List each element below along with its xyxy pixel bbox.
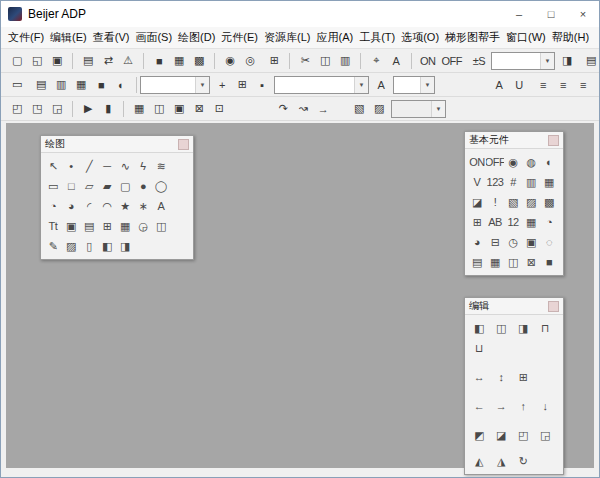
multi-lamp-element[interactable]: ▦ [486, 252, 504, 272]
menu-file[interactable]: 文件(F) [5, 30, 47, 45]
chord-tool[interactable]: ◕ [62, 196, 80, 216]
paste-icon[interactable]: ▥ [335, 51, 355, 71]
menu-draw[interactable]: 绘图(D) [175, 30, 218, 45]
menu-option[interactable]: 选项(O) [398, 30, 442, 45]
empty-cell[interactable] [170, 196, 188, 216]
close-button[interactable]: × [567, 1, 599, 27]
goto-prev-screen-icon[interactable]: ◉ [220, 51, 240, 71]
empty-cell[interactable] [152, 236, 170, 256]
align-left-button[interactable]: ◧ [468, 318, 490, 338]
group-button[interactable]: ◰ [512, 425, 534, 445]
menu-tool[interactable]: 工具(T) [356, 30, 398, 45]
basic-elements-palette-close-button[interactable] [548, 135, 559, 146]
alarm-history-element[interactable]: ▧ [504, 192, 522, 212]
simulate-icon[interactable]: ▮ [98, 99, 118, 119]
nudge-left-button[interactable]: ← [468, 396, 490, 416]
select-tool[interactable]: ↖ [44, 156, 62, 176]
nudge-right-button[interactable]: → [490, 396, 512, 416]
bitmap-tool[interactable]: ▣ [62, 216, 80, 236]
system-element[interactable]: ■ [540, 252, 558, 272]
circle-tool[interactable]: ◯ [152, 176, 170, 196]
freehand-tool[interactable]: ϟ [134, 156, 152, 176]
edit-palette-titlebar[interactable]: 编辑 [465, 298, 563, 315]
clock-element[interactable]: ◷ [504, 232, 522, 252]
edit-palette-close-button[interactable] [548, 301, 559, 312]
momentary-button-element[interactable]: ◉ [504, 152, 522, 172]
pie-tool[interactable]: ◔ [44, 196, 62, 216]
nudge-down-button[interactable]: ↓ [534, 396, 556, 416]
trend-graph-element[interactable]: ▩ [540, 192, 558, 212]
numeric-display-element[interactable]: 123 [486, 172, 504, 192]
mode-combo[interactable]: ▼ [391, 100, 446, 118]
curve-tool[interactable]: ◠ [98, 196, 116, 216]
burst-tool[interactable]: ∗ [134, 196, 152, 216]
screen-combo[interactable]: ▼ [140, 76, 210, 94]
basic-elements-palette-titlebar[interactable]: 基本元件 [465, 132, 563, 149]
static-text-tool[interactable]: Tt [44, 216, 62, 236]
fill-color-icon[interactable]: ■ [91, 75, 111, 95]
table-element[interactable]: ▦ [522, 212, 540, 232]
curve-arrow-icon[interactable]: ↷ [273, 99, 293, 119]
list-view-icon[interactable]: ▤ [581, 51, 599, 71]
alarm-display-element[interactable]: ! [486, 192, 504, 212]
panel-meter-element[interactable]: ⊟ [486, 232, 504, 252]
combo-arrow-icon[interactable]: ▼ [540, 53, 554, 69]
state-a-icon[interactable]: ▧ [349, 99, 369, 119]
empty-cell[interactable] [170, 156, 188, 176]
off-state-icon[interactable]: OFF [439, 51, 466, 71]
library-icon[interactable]: ▣ [169, 99, 189, 119]
lamp-element[interactable]: ▤ [468, 252, 486, 272]
parallelogram-tool[interactable]: ▱ [80, 176, 98, 196]
picture-element[interactable]: ▣ [522, 232, 540, 252]
arc-tool[interactable]: ◜ [80, 196, 98, 216]
new-icon[interactable]: ▢ [7, 51, 27, 71]
replace-icon[interactable]: A [386, 51, 406, 71]
menu-element[interactable]: 元件(E) [218, 30, 261, 45]
same-size-button[interactable]: ⊞ [512, 367, 534, 387]
open-icon[interactable]: ◱ [27, 51, 47, 71]
drawing-palette-close-button[interactable] [178, 139, 189, 150]
pen-tool[interactable]: ✎ [44, 236, 62, 256]
dynamic-element[interactable]: ◌ [540, 232, 558, 252]
sub-screen-element[interactable]: ◫ [504, 252, 522, 272]
bring-front-button[interactable]: ◩ [468, 425, 490, 445]
empty-cell[interactable] [170, 176, 188, 196]
copy-icon[interactable]: ◫ [315, 51, 335, 71]
menu-view[interactable]: 查看(V) [90, 30, 133, 45]
meter-element[interactable]: ◔ [540, 212, 558, 232]
rounded-rect-tool[interactable]: ▢ [116, 176, 134, 196]
on-state-icon[interactable]: ON [417, 51, 439, 71]
polyline-tool[interactable]: ∿ [116, 156, 134, 176]
print-icon[interactable]: ▤ [78, 51, 98, 71]
menu-screen[interactable]: 画面(S) [132, 30, 175, 45]
text-color-icon[interactable]: A [489, 75, 509, 95]
numeric-input-element[interactable]: # [504, 172, 522, 192]
font-icon[interactable]: A [371, 75, 391, 95]
window-tile-icon[interactable]: ◰ [7, 99, 27, 119]
state-b-icon[interactable]: ▨ [369, 99, 389, 119]
snap-grid-icon[interactable]: ⊞ [232, 75, 252, 95]
wave-arrow-icon[interactable]: ↝ [293, 99, 313, 119]
same-width-button[interactable]: ↔ [468, 367, 490, 387]
table-tool[interactable]: ⊞ [98, 216, 116, 236]
underline-icon[interactable]: U [509, 75, 529, 95]
on-button-element[interactable]: ON [468, 152, 486, 172]
maximize-button[interactable]: □ [535, 1, 567, 27]
horizontal-line-tool[interactable]: ─ [98, 156, 116, 176]
window-cascade-icon[interactable]: ◳ [27, 99, 47, 119]
state-combo[interactable]: ▼ [491, 52, 555, 70]
trend-tool[interactable]: ◫ [152, 216, 170, 236]
rotate-button[interactable]: ↻ [512, 451, 534, 471]
empty-cell[interactable] [170, 236, 188, 256]
frame-icon[interactable]: ▭ [7, 75, 27, 95]
message-display-element[interactable]: ◪ [468, 192, 486, 212]
combo-arrow-icon[interactable]: ▼ [431, 101, 445, 117]
grid-settings-icon[interactable]: ⊞ [264, 51, 284, 71]
point-size-icon[interactable]: ▪ [252, 75, 272, 95]
find-icon[interactable]: ⌖ [366, 51, 386, 71]
run-icon[interactable]: ▶ [78, 99, 98, 119]
alarm-bell-icon[interactable]: ⚠ [118, 51, 138, 71]
multistate-button-element[interactable]: ◐ [540, 152, 558, 172]
menu-library[interactable]: 资源库(L) [261, 30, 313, 45]
flip-vertical-button[interactable]: ◮ [490, 451, 512, 471]
